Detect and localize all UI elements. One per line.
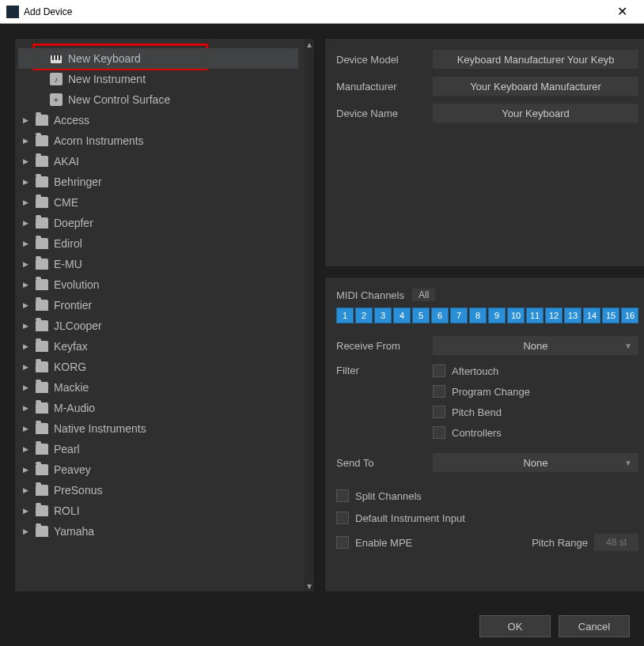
tree-folder-doepfer[interactable]: ▶Doepfer [18,213,298,233]
disclosure-triangle-icon[interactable]: ▶ [23,383,31,391]
filter-aftertouch: Aftertouch [433,365,638,377]
tree-folder-access[interactable]: ▶Access [18,110,298,130]
midi-all-button[interactable]: All [412,289,435,301]
tree-folder-behringer[interactable]: ▶Behringer [18,172,298,192]
midi-channel-10[interactable]: 10 [507,308,525,323]
instrument-icon: ♪ [50,73,63,85]
tree-folder-edirol[interactable]: ▶Edirol [18,233,298,254]
midi-channel-4[interactable]: 4 [393,308,411,323]
tree-folder-korg[interactable]: ▶KORG [18,357,298,377]
tree-folder-e-mu[interactable]: ▶E-MU [18,254,298,274]
scroll-up-icon[interactable]: ▲ [305,39,314,50]
tree-folder-evolution[interactable]: ▶Evolution [18,274,298,295]
midi-channel-11[interactable]: 11 [526,308,544,323]
tree-scrollbar[interactable]: ▲ ▼ [305,39,314,591]
folder-icon [36,279,48,290]
midi-channel-buttons: 12345678910111213141516 [336,308,638,323]
disclosure-triangle-icon[interactable]: ▶ [23,198,31,206]
midi-channel-14[interactable]: 14 [583,308,600,323]
device-model-field[interactable]: Keyboard Manufacturer Your Keyb [433,50,638,69]
disclosure-triangle-icon[interactable]: ▶ [23,322,31,330]
tree-folder-keyfax[interactable]: ▶Keyfax [18,336,298,357]
tree-item-new-keyboard[interactable]: New Keyboard [18,48,298,69]
disclosure-triangle-icon[interactable]: ▶ [23,363,31,371]
midi-channel-16[interactable]: 16 [621,308,638,323]
tree-folder-m-audio[interactable]: ▶M-Audio [18,398,298,418]
disclosure-triangle-icon[interactable]: ▶ [23,466,31,474]
midi-channel-3[interactable]: 3 [374,308,392,323]
titlebar: Add Device ✕ [0,0,644,24]
folder-icon [36,444,48,455]
tree-item-new-control-surface[interactable]: +New Control Surface [18,89,298,110]
filter-controllers: Controllers [433,426,638,439]
tree-item-new-instrument[interactable]: ♪New Instrument [18,69,298,89]
midi-channel-7[interactable]: 7 [450,308,468,323]
device-name-field[interactable]: Your Keyboard [433,104,638,123]
filter-label: Filter [336,365,423,376]
receive-from-select[interactable]: None ▼ [433,336,638,355]
scroll-down-icon[interactable]: ▼ [305,580,314,591]
ok-button[interactable]: OK [479,615,551,637]
disclosure-triangle-icon[interactable]: ▶ [23,137,31,145]
disclosure-triangle-icon[interactable]: ▶ [23,281,31,289]
tree-folder-mackie[interactable]: ▶Mackie [18,377,298,398]
tree-folder-akai[interactable]: ▶AKAI [18,151,298,172]
close-button[interactable]: ✕ [606,1,638,23]
filter-checkbox[interactable] [433,406,445,418]
cancel-button[interactable]: Cancel [559,615,630,637]
filter-checkbox[interactable] [433,385,445,398]
midi-channel-6[interactable]: 6 [431,308,449,323]
folder-icon [36,505,48,516]
midi-channel-5[interactable]: 5 [412,308,430,323]
tree-item-label: Pearl [54,443,80,455]
disclosure-triangle-icon[interactable]: ▶ [23,260,31,268]
filter-label: Aftertouch [452,365,498,377]
midi-channel-2[interactable]: 2 [355,308,373,323]
tree-folder-peavey[interactable]: ▶Peavey [18,459,298,480]
tree-folder-pearl[interactable]: ▶Pearl [18,439,298,459]
disclosure-triangle-icon[interactable]: ▶ [23,240,31,247]
filter-checkbox[interactable] [433,426,445,439]
midi-channel-12[interactable]: 12 [545,308,563,323]
filter-label: Program Change [452,386,530,398]
disclosure-triangle-icon[interactable]: ▶ [23,116,31,124]
tree-item-label: Keyfax [54,340,88,353]
disclosure-triangle-icon[interactable]: ▶ [23,527,31,535]
disclosure-triangle-icon[interactable]: ▶ [23,445,31,453]
disclosure-triangle-icon[interactable]: ▶ [23,342,31,350]
manufacturer-field[interactable]: Your Keyboard Manufacturer [433,77,638,96]
disclosure-triangle-icon[interactable]: ▶ [23,507,31,515]
device-tree[interactable]: New Keyboard♪New Instrument+New Control … [15,39,305,591]
tree-folder-frontier[interactable]: ▶Frontier [18,295,298,315]
disclosure-triangle-icon[interactable]: ▶ [23,157,31,165]
send-to-value: None [523,457,547,469]
tree-folder-yamaha[interactable]: ▶Yamaha [18,521,298,542]
midi-channel-13[interactable]: 13 [564,308,581,323]
disclosure-triangle-icon[interactable]: ▶ [23,219,31,227]
disclosure-triangle-icon[interactable]: ▶ [23,301,31,309]
tree-folder-presonus[interactable]: ▶PreSonus [18,480,298,501]
send-to-select[interactable]: None ▼ [433,453,638,472]
midi-channel-9[interactable]: 9 [488,308,506,323]
disclosure-triangle-icon[interactable]: ▶ [23,486,31,494]
tree-folder-native-instruments[interactable]: ▶Native Instruments [18,418,298,439]
tree-folder-acorn-instruments[interactable]: ▶Acorn Instruments [18,130,298,151]
tree-item-label: Mackie [54,381,89,394]
folder-icon [36,259,48,270]
default-input-checkbox[interactable] [336,512,349,524]
folder-icon [36,526,48,537]
tree-folder-roli[interactable]: ▶ROLI [18,501,298,521]
disclosure-triangle-icon[interactable]: ▶ [23,425,31,433]
midi-channel-1[interactable]: 1 [336,308,354,323]
tree-folder-jlcooper[interactable]: ▶JLCooper [18,315,298,336]
enable-mpe-checkbox[interactable] [336,536,349,549]
midi-channel-8[interactable]: 8 [469,308,487,323]
keyboard-icon [50,52,63,65]
disclosure-triangle-icon[interactable]: ▶ [23,404,31,412]
tree-folder-cme[interactable]: ▶CME [18,192,298,213]
filter-checkbox[interactable] [433,365,445,377]
disclosure-triangle-icon[interactable]: ▶ [23,178,31,186]
pitch-range-input[interactable]: 48 st [594,534,638,551]
split-channels-checkbox[interactable] [336,489,349,502]
midi-channel-15[interactable]: 15 [602,308,619,323]
